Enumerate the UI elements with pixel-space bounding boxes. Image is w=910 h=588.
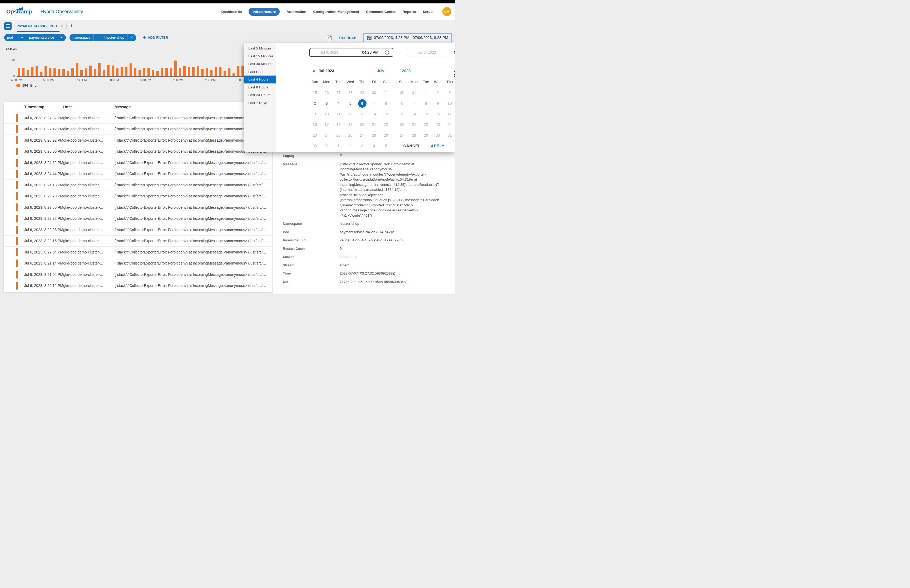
day-cell[interactable]: 22 [420, 119, 432, 130]
day-cell[interactable]: 3 [356, 141, 368, 151]
table-row[interactable]: Jul 6, 2023, 8:26:22 PMgke-poc-demo-clus… [4, 135, 272, 146]
table-row[interactable]: Jul 6, 2023, 8:27:12 PMgke-poc-demo-clus… [4, 124, 272, 135]
day-cell[interactable]: 21 [368, 119, 380, 130]
day-cell[interactable]: 29 [380, 130, 392, 141]
error-bar[interactable] [98, 63, 100, 76]
table-row[interactable]: Jul 6, 2023, 8:21:14 PMgke-poc-demo-clus… [4, 258, 272, 269]
table-row[interactable]: Jul 6, 2023, 8:21:04 PMgke-poc-demo-clus… [4, 269, 272, 280]
table-row[interactable]: Jul 6, 2023, 8:22:15 PMgke-poc-demo-clus… [4, 236, 272, 247]
error-bar[interactable] [152, 70, 154, 76]
year-select-link[interactable]: 2023 [402, 68, 411, 73]
nav-item-automation[interactable]: Automation [286, 10, 306, 14]
day-cell[interactable]: 24 [321, 130, 333, 141]
day-cell[interactable]: 24 [444, 119, 455, 130]
nav-item-reports[interactable]: Reports [402, 10, 416, 14]
day-cell[interactable]: 2 [432, 87, 444, 98]
error-bar[interactable] [129, 63, 132, 76]
table-row[interactable]: Jul 6, 2023, 8:22:28 PMgke-poc-demo-clus… [4, 224, 272, 236]
apply-button[interactable]: APPLY [431, 144, 444, 148]
start-datetime-input[interactable]: Jul 6, 2023 04:28 PM [309, 48, 393, 57]
clock-icon[interactable] [385, 50, 389, 55]
error-bar[interactable] [165, 68, 168, 76]
end-datetime-input[interactable]: Jul 6, 2023 08:28 PM [407, 48, 455, 57]
day-cell[interactable]: 16 [432, 109, 444, 119]
day-cell[interactable]: 16 [309, 119, 321, 130]
error-bar[interactable] [76, 63, 78, 76]
error-bar[interactable] [71, 68, 74, 76]
error-bar[interactable] [223, 71, 226, 76]
error-bar[interactable] [103, 70, 105, 76]
day-cell[interactable]: 28 [368, 130, 380, 141]
day-cell[interactable]: 4 [333, 98, 344, 108]
error-bar[interactable] [147, 68, 150, 76]
nav-item-infrastructure[interactable]: Infrastructure [249, 8, 280, 16]
day-cell[interactable]: 13 [356, 109, 368, 119]
error-bar[interactable] [170, 68, 172, 76]
day-cell[interactable]: 1 [420, 87, 432, 98]
day-cell[interactable]: 18 [333, 119, 344, 130]
chart-legend[interactable]: 594 Error [16, 84, 38, 87]
day-cell[interactable]: 3 [444, 87, 455, 98]
day-cell[interactable]: 21 [408, 119, 420, 130]
day-cell[interactable]: 27 [356, 130, 368, 141]
error-bar[interactable] [116, 68, 118, 76]
error-bar[interactable] [49, 68, 51, 76]
table-row[interactable]: Jul 6, 2023, 8:24:44 PMgke-poc-demo-clus… [4, 168, 272, 180]
day-cell[interactable]: 15 [420, 109, 432, 119]
day-cell[interactable]: 13 [396, 109, 408, 119]
day-cell[interactable]: 9 [309, 109, 321, 119]
day-cell[interactable]: 26 [321, 87, 333, 98]
error-bar[interactable] [188, 67, 190, 76]
error-bar[interactable] [161, 68, 163, 76]
tab-payment-service-pod[interactable]: PAYMENT SERVICE POD ✕ [16, 20, 63, 32]
nav-item-command-center[interactable]: Command Center [366, 10, 396, 14]
day-cell[interactable]: 6 [396, 98, 408, 108]
day-cell[interactable]: 3 [321, 98, 333, 108]
error-bar[interactable] [62, 69, 65, 76]
day-cell[interactable]: 30 [309, 141, 321, 151]
error-bar[interactable] [22, 68, 24, 76]
error-bar[interactable] [67, 71, 69, 76]
error-bar[interactable] [183, 66, 186, 76]
error-bar[interactable] [18, 68, 20, 76]
date-range-picker[interactable]: 07/06/2023, 4:28 PM - 07/06/2023, 8:28 P… [363, 33, 452, 42]
error-bar[interactable] [112, 66, 114, 76]
nav-item-dashboards[interactable]: Dashboards [221, 10, 242, 14]
time-range-option-last-hour[interactable]: Last Hour [244, 68, 276, 76]
opsramp-logo[interactable]: OpsRamp [6, 8, 32, 15]
day-cell[interactable]: 30 [396, 87, 408, 98]
day-cell[interactable]: 20 [396, 119, 408, 130]
filter-chip-namespace[interactable]: namespace=hipster-shop✕ [70, 34, 136, 41]
table-row[interactable]: Jul 6, 2023, 8:22:32 PMgke-poc-demo-clus… [4, 213, 272, 225]
day-cell[interactable]: 10 [321, 109, 333, 119]
error-bar[interactable] [80, 70, 83, 76]
error-bar[interactable] [121, 67, 123, 76]
day-cell[interactable]: 22 [380, 119, 392, 130]
table-row[interactable]: Jul 6, 2023, 8:27:32 PMgke-poc-demo-clus… [4, 112, 272, 124]
day-cell[interactable]: 17 [321, 119, 333, 130]
day-cell[interactable]: 23 [309, 130, 321, 141]
new-tab-button[interactable]: + [70, 23, 73, 29]
table-row[interactable]: Jul 6, 2023, 8:24:52 PMgke-poc-demo-clus… [4, 157, 272, 168]
day-cell[interactable]: 25 [333, 130, 344, 141]
day-cell[interactable]: 25 [309, 87, 321, 98]
table-row[interactable]: Jul 6, 2023, 8:24:18 PMgke-poc-demo-clus… [4, 179, 272, 191]
day-cell[interactable]: 8 [420, 98, 432, 108]
prev-month-icon[interactable]: ◀ [312, 69, 314, 73]
month-select-link[interactable]: July [377, 68, 384, 73]
error-bar[interactable] [27, 70, 29, 76]
day-cell[interactable]: 5 [380, 141, 392, 151]
avatar[interactable]: CM [442, 7, 451, 16]
filter-chip-pod[interactable]: pod=~paymentservice✕ [4, 34, 66, 41]
error-bar[interactable] [197, 66, 199, 76]
cancel-button[interactable]: CANCEL [403, 144, 421, 148]
day-cell[interactable]: 31 [408, 87, 420, 98]
table-row[interactable]: Jul 6, 2023, 8:22:55 PMgke-poc-demo-clus… [4, 202, 272, 213]
error-bar[interactable] [206, 68, 208, 76]
day-cell[interactable]: 27 [396, 130, 408, 141]
col-header-host[interactable]: Host [63, 105, 115, 109]
chart-plot-area[interactable] [16, 60, 248, 77]
add-filter-button[interactable]: + ADD FILTER [143, 35, 168, 40]
day-cell[interactable]: 11 [333, 109, 344, 119]
day-cell[interactable]: 27 [333, 87, 344, 98]
